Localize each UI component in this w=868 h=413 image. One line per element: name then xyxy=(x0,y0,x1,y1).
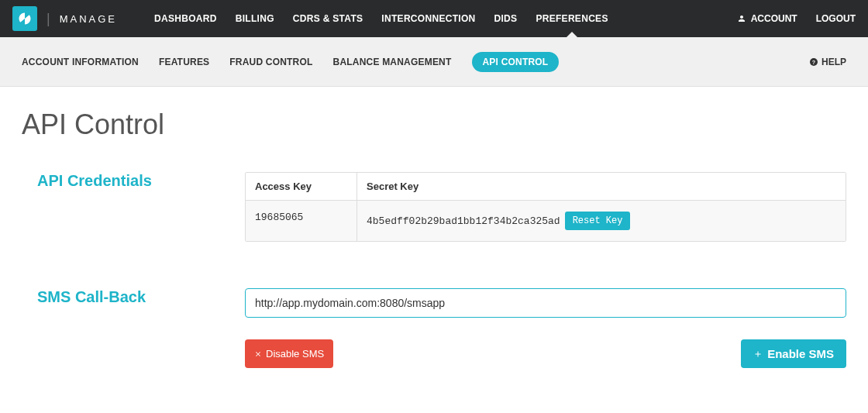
user-icon xyxy=(737,14,746,23)
nav-interconnection[interactable]: INTERCONNECTION xyxy=(381,0,475,37)
disable-sms-button[interactable]: Disable SMS xyxy=(245,339,333,368)
tab-api-control[interactable]: API CONTROL xyxy=(472,52,560,72)
svg-text:?: ? xyxy=(812,59,815,64)
top-nav: | MANAGE DASHBOARD BILLING CDRS & STATS … xyxy=(0,0,868,37)
nav-billing[interactable]: BILLING xyxy=(236,0,274,37)
help-label: HELP xyxy=(822,57,846,67)
secret-key-cell: 4b5edff02b29bad1bb12f34b2ca325ad Reset K… xyxy=(357,201,846,241)
section-label-sms: SMS Call-Back xyxy=(22,288,245,368)
help-icon: ? xyxy=(809,57,818,67)
logo-icon xyxy=(18,12,32,26)
section-api-credentials: API Credentials Access Key Secret Key 19… xyxy=(22,172,846,242)
tab-features[interactable]: FEATURES xyxy=(159,57,209,67)
content: API Control API Credentials Access Key S… xyxy=(0,87,868,399)
close-icon xyxy=(254,350,262,358)
header-secret-key: Secret Key xyxy=(357,173,846,200)
section-label-credentials: API Credentials xyxy=(22,172,245,242)
nav-preferences[interactable]: PREFERENCES xyxy=(536,0,608,37)
tab-account-information[interactable]: ACCOUNT INFORMATION xyxy=(22,57,139,67)
header-access-key: Access Key xyxy=(246,173,357,200)
reset-key-button[interactable]: Reset Key xyxy=(565,212,631,230)
tab-fraud-control[interactable]: FRAUD CONTROL xyxy=(229,57,312,67)
account-link[interactable]: ACCOUNT xyxy=(737,13,797,24)
nav-dids[interactable]: DIDS xyxy=(494,0,518,37)
section-sms-callback: SMS Call-Back Disable SMS Enable SMS xyxy=(22,288,846,368)
plus-icon xyxy=(753,349,763,359)
brand-logo[interactable] xyxy=(12,6,37,31)
credentials-header: Access Key Secret Key xyxy=(246,173,846,201)
brand-name: MANAGE xyxy=(60,13,117,25)
credentials-table: Access Key Secret Key 19685065 4b5edff02… xyxy=(245,172,846,242)
sms-callback-input[interactable] xyxy=(245,288,846,318)
nav-right: ACCOUNT LOGOUT xyxy=(737,13,856,24)
sms-buttons: Disable SMS Enable SMS xyxy=(245,339,846,368)
page-title: API Control xyxy=(22,108,846,141)
enable-sms-button[interactable]: Enable SMS xyxy=(741,339,846,368)
nav-cdrs-stats[interactable]: CDRS & STATS xyxy=(293,0,363,37)
credentials-body: Access Key Secret Key 19685065 4b5edff02… xyxy=(245,172,846,242)
sms-body: Disable SMS Enable SMS xyxy=(245,288,846,368)
help-link[interactable]: ? HELP xyxy=(809,57,846,67)
account-label: ACCOUNT xyxy=(751,13,797,24)
nav-dashboard[interactable]: DASHBOARD xyxy=(154,0,217,37)
logout-link[interactable]: LOGOUT xyxy=(816,13,856,24)
enable-sms-label: Enable SMS xyxy=(767,347,834,360)
nav-items: DASHBOARD BILLING CDRS & STATS INTERCONN… xyxy=(154,0,608,37)
sub-nav: ACCOUNT INFORMATION FEATURES FRAUD CONTR… xyxy=(0,37,868,87)
tab-balance-management[interactable]: BALANCE MANAGEMENT xyxy=(333,57,452,67)
logo-separator: | xyxy=(46,11,50,27)
access-key-value: 19685065 xyxy=(246,201,357,241)
secret-key-value: 4b5edff02b29bad1bb12f34b2ca325ad xyxy=(367,215,560,227)
credentials-row: 19685065 4b5edff02b29bad1bb12f34b2ca325a… xyxy=(246,201,846,241)
disable-sms-label: Disable SMS xyxy=(266,348,324,360)
sub-nav-items: ACCOUNT INFORMATION FEATURES FRAUD CONTR… xyxy=(22,52,559,72)
